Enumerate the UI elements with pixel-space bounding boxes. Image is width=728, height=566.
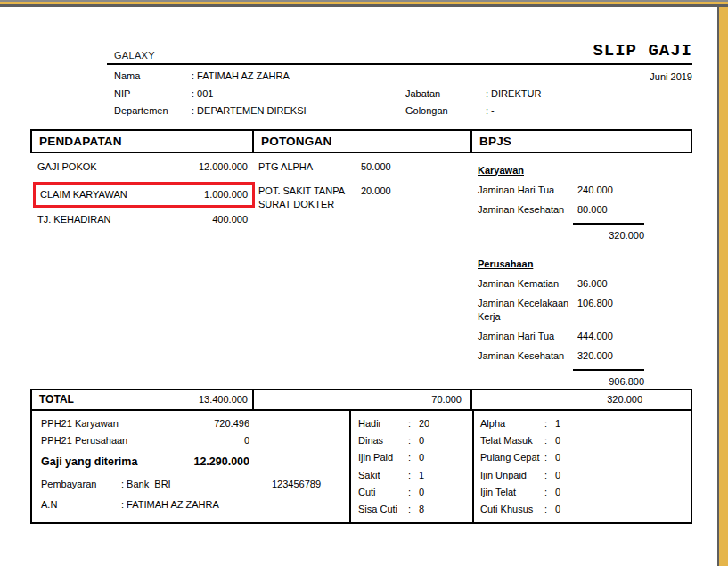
colon: : bbox=[544, 434, 555, 447]
att-label: Cuti Khusus bbox=[480, 503, 544, 516]
att-value: 0 bbox=[419, 434, 424, 447]
colon: : bbox=[408, 451, 419, 464]
item-value: 106.800 bbox=[577, 297, 613, 324]
att-label: Alpha bbox=[480, 417, 544, 431]
pendapatan-item: TJ. KEHADIRAN 400.000 bbox=[37, 213, 248, 226]
item-value: 240.000 bbox=[577, 184, 613, 197]
pendapatan-item: GAJI POKOK 12.000.000 bbox=[37, 160, 248, 174]
window-frame-top bbox=[0, 0, 728, 7]
item-label: Jaminan Kesehatan bbox=[478, 349, 577, 363]
total-pendapatan-value: 13.400.000 bbox=[199, 394, 248, 405]
total-bpjs-value: 320.000 bbox=[607, 394, 642, 405]
att-value: 20 bbox=[419, 417, 429, 431]
att-label: Ijin Telat bbox=[480, 486, 544, 499]
attendance-row: Cuti Khusus : 0 bbox=[480, 503, 691, 516]
account-name-value: : FATIMAH AZ ZAHRA bbox=[121, 498, 219, 512]
att-value: 0 bbox=[419, 451, 424, 464]
document-title: SLIP GAJI bbox=[593, 41, 692, 61]
colon: : bbox=[544, 486, 555, 499]
item-label: Jaminan Hari Tua bbox=[478, 184, 577, 197]
info-row-nama: Nama : FATIMAH AZ ZAHRA Juni 2019 bbox=[114, 70, 692, 88]
total-row: TOTAL 13.400.000 70.000 320.000 bbox=[30, 389, 692, 411]
net-salary-row: Gaji yang diterima 12.290.000 bbox=[41, 455, 249, 470]
colon: : bbox=[408, 417, 419, 431]
net-salary-value: 12.290.000 bbox=[193, 455, 249, 470]
bpjs-item: Jaminan Kesehatan 80.000 bbox=[478, 203, 644, 217]
att-label: Ijin Unpaid bbox=[480, 469, 544, 482]
report-header: GALAXY SLIP GAJI bbox=[114, 37, 692, 61]
item-label: Jaminan Kematian bbox=[478, 277, 577, 291]
att-label: Telat Masuk bbox=[480, 434, 544, 447]
item-label: Jaminan Kecelakaan Kerja bbox=[478, 297, 577, 324]
jabatan-label: Jabatan bbox=[405, 88, 486, 106]
attendance-row: Hadir : 20 bbox=[358, 417, 472, 431]
att-value: 0 bbox=[555, 469, 560, 482]
info-row-nip: NIP : 001 Jabatan : DIREKTUR bbox=[114, 88, 692, 106]
attendance-row: Cuti : 0 bbox=[358, 486, 472, 499]
payment-row: Pembayaran : Bank BRI 123456789 bbox=[41, 478, 321, 491]
bpjs-perusahaan-subtotal: 906.800 bbox=[478, 375, 644, 389]
total-bpjs-cell: 320.000 bbox=[470, 390, 691, 409]
subtotal-rule bbox=[573, 369, 644, 371]
window-frame-right bbox=[717, 7, 728, 566]
pph21-perusahaan-row: PPH21 Perusahaan 0 bbox=[41, 434, 249, 447]
claim-karyawan-highlight-box: CLAIM KARYAWAN 1.000.000 bbox=[33, 182, 255, 208]
bpjs-karyawan-group-title: Karyawan bbox=[478, 164, 644, 177]
total-potongan-cell: 70.000 bbox=[252, 390, 470, 409]
att-value: 0 bbox=[419, 486, 424, 499]
total-label: TOTAL bbox=[39, 393, 199, 406]
payslip-document: GALAXY SLIP GAJI Nama : FATIMAH AZ ZAHRA… bbox=[0, 7, 717, 566]
item-label: POT. SAKIT TANPA SURAT DOKTER bbox=[258, 185, 361, 211]
potongan-header: POTONGAN bbox=[252, 131, 470, 152]
total-potongan-value: 70.000 bbox=[431, 394, 462, 405]
att-value: 0 bbox=[555, 434, 560, 447]
departemen-label: Departemen bbox=[114, 105, 192, 123]
item-value: 36.000 bbox=[577, 277, 608, 291]
payment-account-number: 123456789 bbox=[272, 478, 321, 491]
bpjs-karyawan-subtotal: 320.000 bbox=[478, 229, 644, 242]
att-value: 0 bbox=[555, 451, 560, 464]
item-label: TJ. KEHADIRAN bbox=[37, 213, 212, 226]
item-value: 12.000.000 bbox=[199, 160, 248, 174]
item-label: CLAIM KARYAWAN bbox=[40, 188, 204, 201]
colon: : bbox=[408, 503, 419, 516]
period-label: Juni 2019 bbox=[650, 71, 692, 82]
golongan-label: Golongan bbox=[405, 105, 486, 123]
att-value: 0 bbox=[555, 486, 560, 499]
golongan-value: : - bbox=[486, 105, 692, 123]
att-label: Pulang Cepat bbox=[480, 451, 544, 464]
attendance-row: Telat Masuk : 0 bbox=[480, 434, 691, 447]
info-row-departemen: Departemen : DEPARTEMEN DIREKSI Golongan… bbox=[114, 105, 692, 123]
payment-bank: : Bank BRI bbox=[121, 478, 272, 491]
company-name: GALAXY bbox=[114, 50, 155, 61]
item-label: Jaminan Kesehatan bbox=[478, 203, 577, 217]
row-value: 720.496 bbox=[214, 417, 249, 431]
attendance-row: Dinas : 0 bbox=[358, 434, 472, 447]
pendapatan-column: GAJI POKOK 12.000.000 CLAIM KARYAWAN 1.0… bbox=[30, 153, 252, 389]
att-value: 8 bbox=[419, 503, 424, 516]
att-label: Sisa Cuti bbox=[358, 503, 408, 516]
attendance-row: Sakit : 1 bbox=[358, 469, 472, 482]
bpjs-item: Jaminan Kecelakaan Kerja 106.800 bbox=[478, 297, 644, 324]
jabatan-value: : DIREKTUR bbox=[486, 88, 692, 106]
attendance-row: Pulang Cepat : 0 bbox=[480, 451, 691, 464]
total-pendapatan-cell: TOTAL 13.400.000 bbox=[32, 390, 252, 409]
item-value: 20.000 bbox=[361, 185, 391, 211]
potongan-item: PTG ALPHA 50.000 bbox=[258, 160, 463, 174]
bpjs-perusahaan-group-title: Perusahaan bbox=[478, 258, 644, 271]
item-value: 1.000.000 bbox=[204, 188, 248, 201]
bpjs-header: BPJS bbox=[470, 131, 691, 152]
item-label: PTG ALPHA bbox=[258, 160, 361, 174]
bpjs-item: Jaminan Kesehatan 320.000 bbox=[478, 349, 644, 363]
departemen-value: : DEPARTEMEN DIREKSI bbox=[192, 105, 405, 123]
row-value: 0 bbox=[244, 434, 249, 447]
attendance-row: Alpha : 1 bbox=[480, 417, 691, 431]
account-name-row: A.N : FATIMAH AZ ZAHRA bbox=[41, 498, 349, 512]
item-label: Jaminan Hari Tua bbox=[478, 330, 577, 343]
subtotal-rule bbox=[573, 223, 644, 225]
colon: : bbox=[544, 503, 555, 516]
salary-summary-cell: PPH21 Karyawan 720.496 PPH21 Perusahaan … bbox=[32, 411, 349, 522]
attendance-row: Ijin Unpaid : 0 bbox=[480, 469, 691, 482]
row-label: PPH21 Perusahaan bbox=[41, 434, 244, 447]
table-body: GAJI POKOK 12.000.000 CLAIM KARYAWAN 1.0… bbox=[30, 153, 692, 389]
